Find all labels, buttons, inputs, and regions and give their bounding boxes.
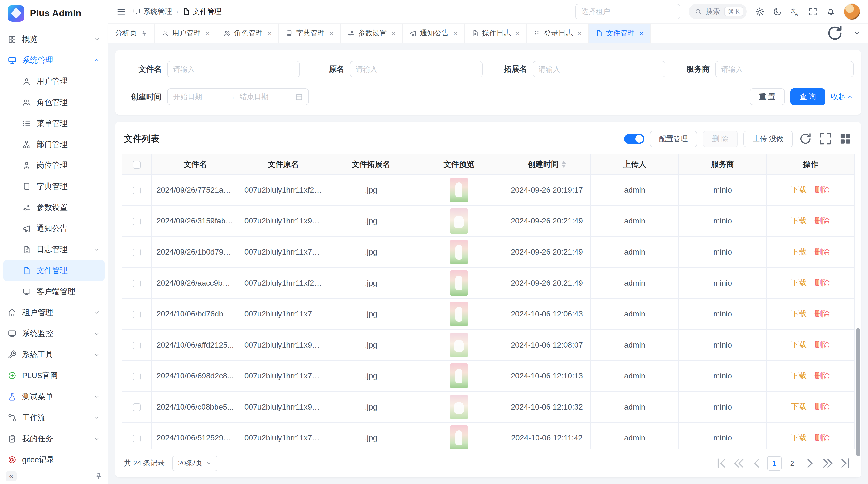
- sidebar-item-overview[interactable]: 概览: [0, 29, 108, 50]
- sidebar-item-role-mgmt[interactable]: 角色管理: [0, 92, 108, 113]
- download-link[interactable]: 下载: [791, 340, 807, 349]
- close-tab-icon[interactable]: ×: [205, 29, 210, 37]
- file-preview-image[interactable]: [451, 208, 467, 233]
- select-all-checkbox[interactable]: [133, 161, 141, 169]
- extension-input[interactable]: [533, 61, 665, 77]
- delete-link[interactable]: 删除: [814, 217, 830, 225]
- close-tab-icon[interactable]: ×: [639, 29, 644, 37]
- upload-button[interactable]: 上传 没做: [743, 131, 793, 147]
- row-checkbox[interactable]: [133, 342, 141, 349]
- translate-icon[interactable]: 文A: [790, 7, 800, 17]
- download-link[interactable]: 下载: [791, 372, 807, 380]
- collapse-filters-link[interactable]: 收起: [831, 92, 854, 102]
- file-preview-image[interactable]: [451, 301, 467, 326]
- dark-mode-icon[interactable]: [773, 7, 782, 17]
- close-tab-icon[interactable]: ×: [391, 29, 396, 37]
- file-preview-image[interactable]: [451, 363, 467, 388]
- sort-icon[interactable]: [562, 161, 566, 167]
- search-button[interactable]: 查 询: [790, 89, 825, 105]
- download-link[interactable]: 下载: [791, 248, 807, 256]
- hamburger-menu-icon[interactable]: [116, 7, 126, 17]
- row-checkbox[interactable]: [133, 280, 141, 287]
- row-checkbox[interactable]: [133, 218, 141, 225]
- delete-link[interactable]: 删除: [814, 185, 830, 194]
- delete-link[interactable]: 删除: [814, 372, 830, 380]
- tab-login-log[interactable]: 登录日志×: [527, 24, 589, 43]
- row-checkbox[interactable]: [133, 373, 141, 380]
- delete-link[interactable]: 删除: [814, 279, 830, 287]
- file-preview-image[interactable]: [451, 270, 467, 295]
- app-logo[interactable]: Plus Admin: [0, 0, 108, 27]
- row-checkbox[interactable]: [133, 249, 141, 256]
- delete-button[interactable]: 删 除: [703, 131, 738, 147]
- sidebar-item-dict-mgmt[interactable]: 字典管理: [0, 176, 108, 197]
- delete-link[interactable]: 删除: [814, 248, 830, 256]
- delete-link[interactable]: 删除: [814, 433, 830, 442]
- tab-role-mgmt[interactable]: 角色管理×: [217, 24, 279, 43]
- sidebar-item-menu-mgmt[interactable]: 菜单管理: [0, 113, 108, 134]
- close-tab-icon[interactable]: ×: [515, 29, 520, 37]
- download-link[interactable]: 下载: [791, 433, 807, 442]
- download-link[interactable]: 下载: [791, 402, 807, 411]
- user-avatar[interactable]: [844, 3, 860, 20]
- fullscreen-icon[interactable]: [808, 7, 817, 17]
- file-preview-image[interactable]: [451, 425, 467, 449]
- page-size-select[interactable]: 20条/页: [173, 456, 217, 471]
- tenant-select[interactable]: 选择租户: [575, 4, 680, 19]
- close-tab-icon[interactable]: ×: [453, 29, 458, 37]
- close-tab-icon[interactable]: ×: [577, 29, 582, 37]
- row-checkbox[interactable]: [133, 404, 141, 411]
- sidebar-item-gitee-log[interactable]: gitee记录: [0, 449, 108, 467]
- sidebar-item-system-monitor[interactable]: 系统监控: [0, 323, 108, 344]
- provider-input[interactable]: [715, 61, 854, 77]
- search-panel-toggle[interactable]: [624, 134, 644, 144]
- last-page-button[interactable]: [838, 456, 852, 471]
- tab-file-mgmt[interactable]: 文件管理×: [589, 24, 651, 43]
- table-fullscreen-button[interactable]: [818, 132, 833, 146]
- row-checkbox[interactable]: [133, 311, 141, 318]
- download-link[interactable]: 下载: [791, 217, 807, 225]
- delete-link[interactable]: 删除: [814, 340, 830, 349]
- file-preview-image[interactable]: [451, 178, 467, 202]
- tab-op-log[interactable]: 操作日志×: [465, 24, 527, 43]
- sidebar-item-user-mgmt[interactable]: 用户管理: [0, 71, 108, 92]
- file-preview-image[interactable]: [451, 394, 467, 419]
- close-tab-icon[interactable]: ×: [329, 29, 334, 37]
- jump-back-button[interactable]: [732, 456, 746, 471]
- file-preview-image[interactable]: [451, 239, 467, 264]
- page-1-button[interactable]: 1: [767, 456, 782, 471]
- sidebar-item-test-menu[interactable]: 测试菜单: [0, 386, 108, 407]
- sidebar-item-file-mgmt[interactable]: 文件管理: [3, 260, 105, 281]
- prev-page-button[interactable]: [750, 456, 764, 471]
- row-checkbox[interactable]: [133, 187, 141, 194]
- sidebar-collapse-button[interactable]: «: [5, 471, 17, 481]
- sidebar-item-dept-mgmt[interactable]: 部门管理: [0, 134, 108, 155]
- delete-link[interactable]: 删除: [814, 310, 830, 318]
- file-name-input[interactable]: [167, 61, 300, 77]
- breadcrumb-item-system-mgmt[interactable]: 系统管理: [133, 7, 172, 17]
- first-page-button[interactable]: [714, 456, 728, 471]
- sidebar-item-tenant-mgmt[interactable]: 租户管理: [0, 302, 108, 323]
- sidebar-item-system-tools[interactable]: 系统工具: [0, 344, 108, 365]
- next-page-button[interactable]: [803, 456, 817, 471]
- file-preview-image[interactable]: [451, 333, 467, 357]
- notifications-bell-icon[interactable]: [826, 7, 835, 17]
- sidebar-item-system-mgmt[interactable]: 系统管理: [0, 50, 108, 71]
- tab-param-settings[interactable]: 参数设置×: [341, 24, 403, 43]
- delete-link[interactable]: 删除: [814, 402, 830, 411]
- pin-icon[interactable]: [141, 30, 148, 37]
- date-range-input[interactable]: 开始日期 → 结束日期: [167, 89, 309, 105]
- global-search[interactable]: 搜索 ⌘ K: [689, 4, 747, 19]
- sidebar-item-param-settings[interactable]: 参数设置: [0, 197, 108, 218]
- refresh-page-button[interactable]: [824, 24, 846, 43]
- tab-menu-button[interactable]: [846, 24, 868, 43]
- close-tab-icon[interactable]: ×: [267, 29, 272, 37]
- column-header[interactable]: 创建时间: [503, 154, 591, 174]
- config-management-button[interactable]: 配置管理: [650, 131, 697, 147]
- download-link[interactable]: 下载: [791, 185, 807, 194]
- pin-icon[interactable]: [95, 472, 102, 480]
- download-link[interactable]: 下载: [791, 310, 807, 318]
- original-name-input[interactable]: [350, 61, 483, 77]
- page-2-button[interactable]: 2: [785, 456, 800, 471]
- refresh-table-button[interactable]: [798, 132, 813, 146]
